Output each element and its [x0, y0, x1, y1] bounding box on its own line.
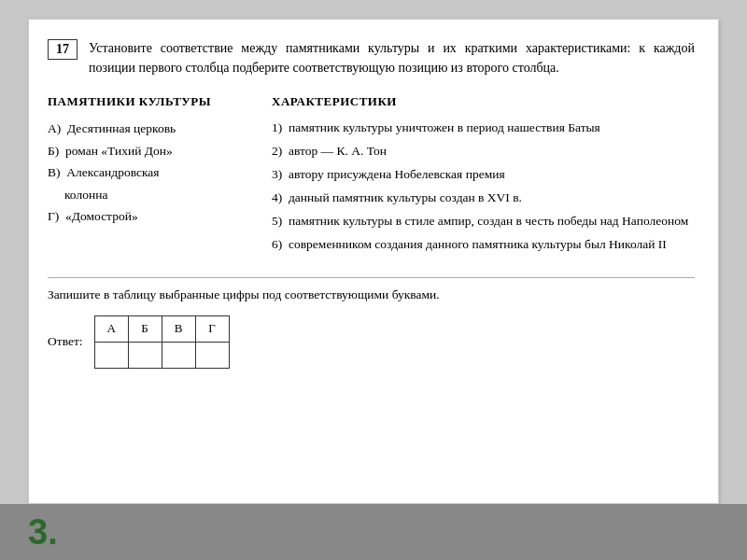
- answer-cell-g[interactable]: [195, 342, 229, 368]
- columns-container: ПАМЯТНИКИ КУЛЬТУРЫ А) Десятинная церковь…: [48, 94, 695, 259]
- question-text: Установите соответствие между памятникам…: [89, 38, 695, 77]
- right-item-4: 4) данный памятник культуры создан в XVI…: [272, 189, 695, 208]
- col-header-g: Г: [195, 315, 229, 342]
- right-header: ХАРАКТЕРИСТИКИ: [272, 94, 695, 109]
- col-header-a: А: [94, 315, 128, 342]
- column-left: ПАМЯТНИКИ КУЛЬТУРЫ А) Десятинная церковь…: [48, 94, 253, 259]
- left-item-a: А) Десятинная церковь: [48, 119, 253, 139]
- question-card: 17 Установите соответствие между памятни…: [28, 19, 719, 504]
- left-item-v: В) Александровская: [48, 162, 253, 183]
- question-number: 17: [48, 39, 78, 60]
- col-header-v: В: [162, 315, 195, 342]
- answer-row: Ответ: А Б В Г: [48, 315, 695, 369]
- answer-instruction: Запишите в таблицу выбранные цифры под с…: [48, 287, 695, 302]
- right-item-2: 2) автор — К. А. Тон: [272, 142, 695, 161]
- right-item-5: 5) памятник культуры в стиле ампир, созд…: [272, 212, 695, 231]
- divider: [48, 277, 695, 278]
- left-item-v-cont: колонна: [64, 185, 253, 205]
- answer-cell-v[interactable]: [162, 342, 195, 368]
- footer-bar: 3.: [0, 504, 747, 560]
- col-header-b: Б: [128, 315, 162, 342]
- right-item-6: 6) современником создания данного памятн…: [272, 235, 695, 255]
- answer-cell-b[interactable]: [128, 342, 162, 368]
- footer-number: 3.: [28, 512, 58, 553]
- left-item-b: Б) роман «Тихий Дон»: [48, 141, 253, 161]
- question-header: 17 Установите соответствие между памятни…: [48, 38, 695, 77]
- right-item-3: 3) автору присуждена Нобелевская премия: [272, 165, 695, 185]
- left-item-g: Г) «Домострой»: [48, 206, 253, 227]
- answer-cell-a[interactable]: [94, 342, 128, 368]
- right-item-1: 1) памятник культуры уничтожен в период …: [272, 119, 695, 138]
- answer-label: Ответ:: [48, 334, 83, 349]
- left-header: ПАМЯТНИКИ КУЛЬТУРЫ: [48, 94, 253, 109]
- answer-table: А Б В Г: [94, 315, 230, 369]
- column-right: ХАРАКТЕРИСТИКИ 1) памятник культуры унич…: [272, 94, 695, 259]
